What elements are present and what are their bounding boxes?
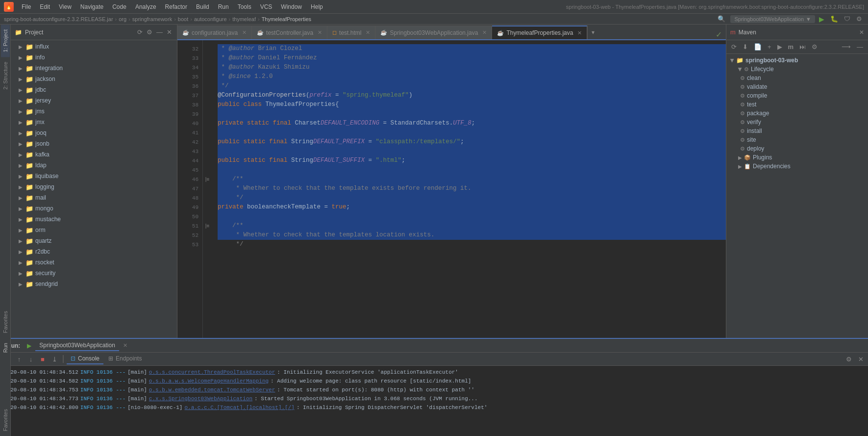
- tab-configuration[interactable]: ☕ configuration.java ✕: [177, 26, 252, 39]
- sidebar-item-jsonb[interactable]: ▶ 📁 jsonb: [11, 138, 177, 149]
- tab-close-configuration[interactable]: ✕: [242, 29, 247, 36]
- run-tab-close-icon[interactable]: ✕: [123, 342, 127, 349]
- expand-icon[interactable]: —: [155, 27, 164, 37]
- maven-download-sources-icon[interactable]: ⬇: [741, 42, 750, 51]
- console-scroll-end-icon[interactable]: ⤓: [49, 354, 60, 364]
- sidebar-item-mongo[interactable]: ▶ 📁 mongo: [11, 203, 177, 214]
- breadcrumb-org[interactable]: org: [119, 16, 126, 22]
- sidebar-item-sendgrid[interactable]: ▶ 📁 sendgrid: [11, 279, 177, 289]
- console-close-icon[interactable]: ✕: [855, 354, 866, 364]
- sidebar-item-orm[interactable]: ▶ 📁 orm: [11, 225, 177, 235]
- tab-close-springbootapp[interactable]: ✕: [482, 29, 487, 36]
- menu-file[interactable]: File: [18, 2, 35, 12]
- close-icon[interactable]: ✕: [166, 27, 173, 37]
- tab-more[interactable]: ▾: [587, 26, 598, 39]
- maven-refresh-icon[interactable]: ⟳: [729, 42, 739, 51]
- maven-add-icon[interactable]: +: [766, 42, 773, 51]
- sidebar-item-jackson[interactable]: ▶ 📁 jackson: [11, 74, 177, 84]
- maven-site[interactable]: ⚙ site: [728, 135, 866, 144]
- console-settings-icon[interactable]: ⚙: [843, 354, 854, 364]
- sidebar-item-jersey[interactable]: ▶ 📁 jersey: [11, 95, 177, 106]
- menu-analyze[interactable]: Analyze: [131, 2, 160, 12]
- gear-icon[interactable]: ⚙: [146, 27, 153, 37]
- tab-thymeleaf-properties[interactable]: ☕ ThymeleafProperties.java ✕: [492, 26, 587, 39]
- maven-deploy[interactable]: ⚙ deploy: [728, 144, 866, 153]
- tab-close-testcontroller[interactable]: ✕: [318, 29, 322, 36]
- bottom-run-tab[interactable]: Run: [1, 338, 10, 358]
- debug-button[interactable]: 🐛: [828, 14, 840, 24]
- maven-dependencies-section[interactable]: ▶ 📋 Dependencies: [728, 162, 866, 171]
- maven-close-icon[interactable]: ✕: [859, 29, 864, 36]
- tab-test[interactable]: ◻ test.html ✕: [327, 26, 375, 39]
- menu-run[interactable]: Run: [214, 2, 233, 12]
- sidebar-item-influx[interactable]: ▶ 📁 influx: [11, 41, 177, 52]
- run-coverage-button[interactable]: 🛡: [842, 14, 852, 24]
- maven-compile[interactable]: ⚙ compile: [728, 91, 866, 100]
- sidebar-item-jmx[interactable]: ▶ 📁 jmx: [11, 117, 177, 128]
- maven-package[interactable]: ⚙ package: [728, 109, 866, 118]
- maven-lifecycle-section[interactable]: ▶ ⚙ Lifecycle: [728, 65, 866, 74]
- menu-vcs[interactable]: VCS: [256, 2, 276, 12]
- menu-edit[interactable]: Edit: [36, 2, 54, 12]
- sidebar-item-rsocket[interactable]: ▶ 📁 rsocket: [11, 257, 177, 268]
- maven-validate[interactable]: ⚙ validate: [728, 82, 866, 91]
- tab-springboot-app[interactable]: ☕ Springboot03WebApplication.java ✕: [375, 26, 492, 39]
- maven-clean[interactable]: ⚙ clean: [728, 74, 866, 82]
- tab-close-thymeleaf[interactable]: ✕: [577, 30, 582, 36]
- maven-skip-tests-icon[interactable]: ⏭: [797, 42, 808, 51]
- breadcrumb-boot[interactable]: boot: [178, 16, 188, 22]
- tab-endpoints[interactable]: ⊞ Endpoints: [104, 354, 146, 364]
- code-content[interactable]: * @author Brian Clozel * @author Daniel …: [212, 40, 726, 338]
- sidebar-item-jdbc[interactable]: ▶ 📁 jdbc: [11, 84, 177, 95]
- sidebar-item-info[interactable]: ▶ 📁 info: [11, 52, 177, 63]
- console-stop-icon[interactable]: ■: [37, 354, 48, 364]
- sidebar-item-security[interactable]: ▶ 📁 security: [11, 268, 177, 279]
- sidebar-item-ldap[interactable]: ▶ 📁 ldap: [11, 160, 177, 171]
- breadcrumb-autoconfigure[interactable]: autoconfigure: [194, 16, 227, 22]
- sidebar-item-jms[interactable]: ▶ 📁 jms: [11, 106, 177, 117]
- sidebar-item-logging[interactable]: ▶ 📁 logging: [11, 181, 177, 192]
- sidebar-item-mustache[interactable]: ▶ 📁 mustache: [11, 214, 177, 225]
- tab-close-test[interactable]: ✕: [366, 29, 370, 36]
- code-editor[interactable]: 3233343536373839404142434445464748495051…: [177, 40, 726, 338]
- sidebar-item-quartz[interactable]: ▶ 📁 quartz: [11, 235, 177, 246]
- sidebar-item-mail[interactable]: ▶ 📁 mail: [11, 192, 177, 203]
- menu-code[interactable]: Code: [108, 2, 130, 12]
- menu-navigate[interactable]: Navigate: [76, 2, 107, 12]
- bottom-favorites-tab[interactable]: Favorites: [1, 404, 10, 436]
- breadcrumb-jar[interactable]: spring-boot-autoconfigure-2.3.2.RELEASE.…: [4, 16, 113, 22]
- maven-download-icon2[interactable]: 📄: [752, 42, 764, 51]
- sidebar-item-integration[interactable]: ▶ 📁 integration: [11, 63, 177, 74]
- run-button[interactable]: ▶: [817, 14, 826, 24]
- maven-verify[interactable]: ⚙ verify: [728, 118, 866, 127]
- maven-expand-right-icon[interactable]: ⟶: [840, 42, 853, 51]
- sidebar-tab-structure[interactable]: 2: Structure: [1, 57, 10, 95]
- menu-view[interactable]: View: [55, 2, 75, 12]
- menu-refactor[interactable]: Refactor: [161, 2, 191, 12]
- maven-collapse-icon[interactable]: —: [855, 42, 865, 51]
- run-config-dropdown[interactable]: Springboot03WebApplication ▼: [730, 15, 815, 23]
- breadcrumb-thymeleaf[interactable]: thymeleaf: [232, 16, 256, 22]
- sync-icon[interactable]: ⟳: [136, 27, 144, 37]
- console-scroll-up-icon[interactable]: ↑: [14, 354, 25, 364]
- run-app-name[interactable]: Springboot03WebApplication: [35, 340, 119, 351]
- tab-console[interactable]: ⊡ Console: [67, 354, 103, 364]
- maven-install[interactable]: ⚙ install: [728, 127, 866, 135]
- maven-settings-icon[interactable]: ⚙: [810, 42, 819, 51]
- maven-plugins-section[interactable]: ▶ 📦 Plugins: [728, 153, 866, 162]
- maven-test[interactable]: ⚙ test: [728, 100, 866, 109]
- maven-run-icon[interactable]: ▶: [775, 42, 784, 51]
- tab-testcontroller[interactable]: ☕ testController.java ✕: [252, 26, 327, 39]
- sidebar-item-jooq[interactable]: ▶ 📁 jooq: [11, 128, 177, 138]
- sidebar-item-kafka[interactable]: ▶ 📁 kafka: [11, 149, 177, 160]
- sidebar-item-r2dbc[interactable]: ▶ 📁 r2dbc: [11, 246, 177, 257]
- breadcrumb-springframework[interactable]: springframework: [132, 16, 172, 22]
- maven-project-item[interactable]: ▶ 📁 springboot-03-web: [728, 56, 866, 65]
- toolbar-settings[interactable]: ⚙: [854, 14, 864, 24]
- menu-help[interactable]: Help: [307, 2, 327, 12]
- sidebar-tab-favorites[interactable]: Favorites: [1, 306, 10, 338]
- menu-tools[interactable]: Tools: [234, 2, 255, 12]
- breadcrumb-class[interactable]: ThymeleafProperties: [262, 16, 312, 22]
- sidebar-item-liquibase[interactable]: ▶ 📁 liquibase: [11, 171, 177, 181]
- maven-m-icon[interactable]: m: [786, 42, 796, 51]
